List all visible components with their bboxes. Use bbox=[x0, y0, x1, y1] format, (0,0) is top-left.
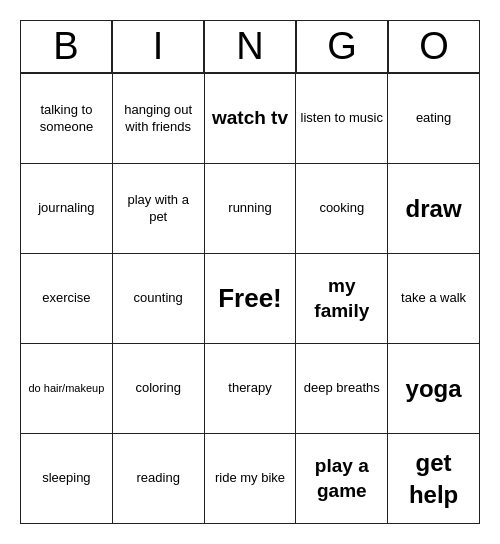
bingo-cell-6: play with a pet bbox=[113, 164, 205, 254]
header-letter-b: B bbox=[20, 20, 112, 73]
bingo-cell-9: draw bbox=[388, 164, 480, 254]
bingo-cell-8: cooking bbox=[296, 164, 388, 254]
bingo-cell-15: do hair/makeup bbox=[21, 344, 113, 434]
bingo-grid: talking to someonehanging out with frien… bbox=[20, 73, 480, 524]
bingo-cell-19: yoga bbox=[388, 344, 480, 434]
header-letter-n: N bbox=[204, 20, 296, 73]
bingo-cell-22: ride my bike bbox=[205, 434, 297, 524]
bingo-cell-7: running bbox=[205, 164, 297, 254]
bingo-cell-5: journaling bbox=[21, 164, 113, 254]
bingo-cell-0: talking to someone bbox=[21, 74, 113, 164]
header-letter-o: O bbox=[388, 20, 480, 73]
bingo-header: BINGO bbox=[20, 20, 480, 73]
bingo-cell-20: sleeping bbox=[21, 434, 113, 524]
bingo-cell-16: coloring bbox=[113, 344, 205, 434]
header-letter-i: I bbox=[112, 20, 204, 73]
bingo-cell-14: take a walk bbox=[388, 254, 480, 344]
bingo-cell-2: watch tv bbox=[205, 74, 297, 164]
bingo-cell-24: get help bbox=[388, 434, 480, 524]
bingo-cell-21: reading bbox=[113, 434, 205, 524]
bingo-cell-17: therapy bbox=[205, 344, 297, 434]
header-letter-g: G bbox=[296, 20, 388, 73]
bingo-cell-4: eating bbox=[388, 74, 480, 164]
bingo-cell-13: my family bbox=[296, 254, 388, 344]
bingo-cell-12: Free! bbox=[205, 254, 297, 344]
bingo-cell-1: hanging out with friends bbox=[113, 74, 205, 164]
bingo-cell-23: play a game bbox=[296, 434, 388, 524]
bingo-cell-11: counting bbox=[113, 254, 205, 344]
bingo-cell-10: exercise bbox=[21, 254, 113, 344]
bingo-cell-3: listen to music bbox=[296, 74, 388, 164]
bingo-cell-18: deep breaths bbox=[296, 344, 388, 434]
